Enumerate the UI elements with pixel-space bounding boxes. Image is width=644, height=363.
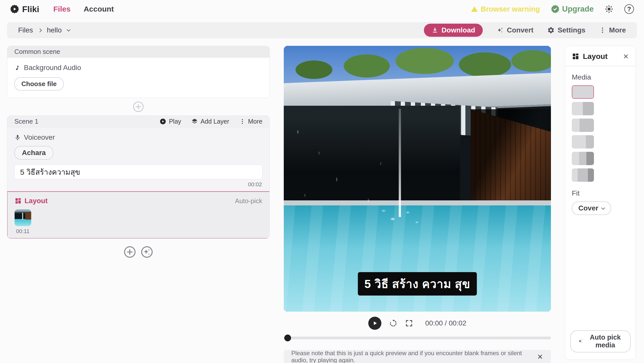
choose-file-button[interactable]: Choose file — [14, 77, 64, 91]
preview-notice: Please note that this is just a quick pr… — [284, 350, 551, 363]
media-option-6[interactable] — [572, 168, 594, 182]
add-layer-icon — [191, 118, 198, 125]
layout-grid-icon — [15, 197, 22, 204]
common-scene-card: Common scene Background Audio Choose fil… — [7, 46, 270, 98]
layout-panel: Layout Media Fit Cover — [565, 46, 636, 360]
download-icon — [431, 27, 438, 34]
more-dots-icon — [599, 27, 606, 34]
settings-gear-icon — [547, 26, 555, 34]
scene-play-button[interactable]: Play — [159, 118, 181, 125]
layout-layer-section[interactable]: Layout Auto-pick 00:11 — [7, 191, 270, 239]
media-option-2[interactable] — [572, 102, 594, 115]
help-icon[interactable]: ? — [624, 4, 634, 14]
settings-button[interactable]: Settings — [547, 26, 585, 34]
script-duration: 00:02 — [15, 181, 262, 188]
add-scene-button[interactable] — [124, 246, 136, 258]
browser-warning[interactable]: Browser warning — [471, 5, 540, 13]
media-option-5[interactable] — [572, 152, 594, 165]
fit-select[interactable]: Cover — [572, 201, 611, 215]
file-toolbar: Files hello Download Convert — [7, 22, 637, 38]
fliki-brand[interactable]: Fliki — [10, 4, 39, 14]
script-input[interactable] — [14, 165, 262, 179]
play-icon — [159, 118, 166, 125]
main-nav: Files Account — [53, 5, 114, 13]
fullscreen-icon[interactable] — [405, 319, 413, 327]
video-subtitle: 5 วิธี สร้าง ความ สุข — [358, 272, 477, 296]
chevron-down-icon[interactable] — [67, 27, 71, 31]
notice-close-icon[interactable] — [537, 353, 543, 360]
scenes-column: Common scene Background Audio Choose fil… — [7, 46, 270, 258]
fit-label: Fit — [572, 189, 629, 197]
scene-1-card: Scene 1 Play Add Lay — [7, 116, 270, 239]
time-display: 00:00 / 00:02 — [425, 319, 466, 327]
scene-title: Scene 1 — [14, 118, 38, 125]
seek-track[interactable] — [284, 337, 551, 339]
auto-pick-sparkle-icon — [577, 338, 584, 345]
voiceover-row: Voiceover — [14, 133, 262, 141]
toolbar-more-button[interactable]: More — [599, 26, 626, 34]
convert-button[interactable]: Convert — [496, 26, 534, 34]
music-note-icon — [14, 64, 21, 71]
seek-knob[interactable] — [284, 335, 291, 341]
background-audio-row: Background Audio — [14, 64, 262, 72]
media-option-4[interactable] — [572, 135, 594, 149]
fit-chevron-icon — [601, 206, 605, 210]
breadcrumb-current[interactable]: hello — [47, 26, 62, 34]
voice-chip-achara[interactable]: Achara — [14, 146, 53, 160]
mic-icon — [14, 134, 21, 141]
fliki-logo-icon — [10, 5, 19, 14]
chevron-right-icon — [38, 28, 42, 32]
seek-bar — [284, 334, 551, 341]
media-clip-thumbnail[interactable] — [15, 209, 31, 226]
scene-more-button[interactable]: More — [239, 118, 262, 125]
theme-sun-icon[interactable] — [605, 5, 613, 13]
nav-files[interactable]: Files — [53, 5, 70, 13]
media-label: Media — [572, 73, 629, 81]
media-option-1[interactable] — [572, 85, 594, 99]
generate-scene-button[interactable] — [141, 246, 153, 258]
replay-icon[interactable] — [389, 319, 397, 328]
media-option-3[interactable] — [572, 119, 594, 132]
more-dots-icon — [239, 118, 246, 125]
player-controls: 00:00 / 00:02 — [284, 317, 551, 330]
common-scene-header: Common scene — [7, 46, 269, 58]
top-navbar: Fliki Files Account Browser warning — [0, 0, 644, 18]
notice-text: Please note that this is just a quick pr… — [291, 350, 528, 363]
brand-name: Fliki — [22, 4, 39, 14]
panel-close-icon[interactable] — [623, 53, 629, 60]
auto-pick-label: Auto-pick — [235, 197, 262, 205]
upgrade-button[interactable]: Upgrade — [551, 5, 594, 14]
breadcrumb: Files hello — [18, 26, 70, 34]
panel-title: Layout — [583, 52, 608, 61]
nav-account[interactable]: Account — [84, 5, 114, 13]
add-scene-plus-icon[interactable] — [133, 101, 144, 113]
play-button[interactable] — [368, 317, 381, 330]
download-button[interactable]: Download — [424, 24, 483, 37]
add-layer-button[interactable]: Add Layer — [191, 118, 229, 125]
upgrade-badge-icon — [551, 5, 559, 13]
auto-pick-media-button[interactable]: Auto pick media — [570, 330, 631, 352]
warning-triangle-icon — [471, 5, 478, 13]
clip-duration: 00:11 — [15, 228, 31, 235]
convert-sparkle-icon — [496, 26, 504, 34]
media-options — [572, 85, 629, 182]
breadcrumb-files[interactable]: Files — [18, 26, 33, 34]
preview-column: 5 วิธี สร้าง ความ สุข 00:00 / 00:02 — [284, 46, 551, 363]
layout-grid-icon — [572, 53, 579, 60]
video-preview[interactable]: 5 วิธี สร้าง ความ สุข — [284, 46, 551, 312]
